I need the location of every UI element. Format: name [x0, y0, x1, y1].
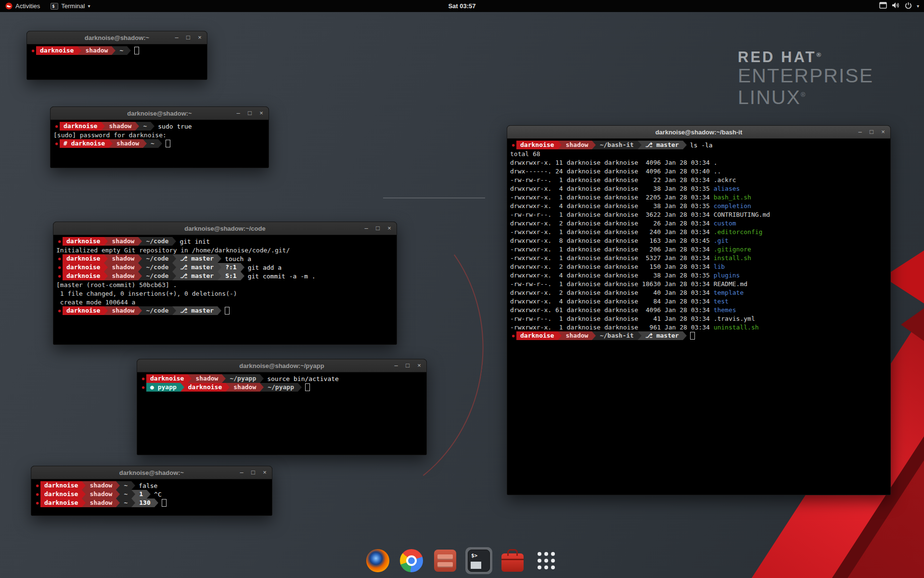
minimize-button[interactable]: –	[235, 107, 242, 119]
terminal-window-code[interactable]: darknoise@shadow:~/code – □ × ●darknoise…	[53, 222, 397, 345]
terminal-line: ●● pyappdarknoiseshadow~/pyapp	[140, 383, 424, 392]
titlebar[interactable]: darknoise@shadow:~/pyapp – □ ×	[137, 359, 426, 372]
minimize-button[interactable]: –	[173, 31, 180, 44]
close-button[interactable]: ×	[416, 359, 423, 372]
terminal-line: create mode 100644 a	[56, 298, 394, 306]
dock-show-applications[interactable]	[533, 547, 560, 574]
minimize-button[interactable]: –	[857, 126, 863, 138]
titlebar[interactable]: darknoise@shadow:~/bash-it – □ ×	[507, 126, 890, 139]
redhat-prompt-icon: ●	[34, 500, 40, 505]
powerline-arrow-icon	[77, 46, 81, 55]
terminal-window-pyapp[interactable]: darknoise@shadow:~/pyapp – □ × ●darknois…	[137, 359, 427, 455]
terminal-text: themes	[714, 306, 736, 314]
maximize-button[interactable]: □	[868, 126, 875, 138]
app-grid-icon	[538, 552, 555, 569]
terminal-line: ●darknoiseshadow~1^C	[34, 490, 269, 499]
prompt-segment-path: ~/code	[142, 306, 172, 315]
prompt-segment-host: shadow	[108, 306, 138, 315]
dock-google-chrome[interactable]	[398, 547, 425, 574]
redhat-prompt-icon: ●	[56, 239, 63, 244]
terminal-line: ●darknoiseshadow~/code⎇ master	[56, 306, 394, 315]
terminal-body[interactable]: ●darknoiseshadow~sudo true[sudo] passwor…	[51, 120, 269, 168]
dock-terminal[interactable]: $>	[465, 547, 492, 574]
terminal-body[interactable]: ●darknoiseshadow~/codegit initInitialize…	[53, 235, 397, 344]
terminal-window-home-1[interactable]: darknoise@shadow:~ – □ × ●darknoiseshado…	[26, 31, 207, 80]
powerline-arrow-icon	[260, 383, 264, 392]
prompt-segment-stat: 130	[135, 499, 154, 507]
titlebar[interactable]: darknoise@shadow:~ – □ ×	[31, 466, 272, 479]
powerline-arrow-icon	[135, 122, 139, 131]
close-button[interactable]: ×	[261, 466, 268, 479]
terminal-cursor	[166, 140, 170, 147]
terminal-line: drwxrwxr-x. 4 darknoise darknoise 38 Jan…	[510, 271, 887, 279]
terminal-text: -rw-rw-r--. 1 darknoise darknoise 3622 J…	[510, 211, 714, 218]
terminal-line: drwxrwxr-x. 4 darknoise darknoise 84 Jan…	[510, 297, 887, 305]
maximize-button[interactable]: □	[185, 31, 192, 44]
dock-files[interactable]	[432, 547, 459, 574]
powerline-arrow-icon	[683, 141, 687, 149]
terminal-line: drwxrwxr-x. 4 darknoise darknoise 38 Jan…	[510, 184, 887, 193]
prompt-segment-user: darknoise	[60, 122, 101, 131]
terminal-window-home-sudo[interactable]: darknoise@shadow:~ – □ × ●darknoiseshado…	[50, 106, 269, 168]
maximize-button[interactable]: □	[404, 359, 411, 372]
close-button[interactable]: ×	[258, 107, 265, 119]
app-menu-terminal[interactable]: $ Terminal ▾	[45, 0, 95, 12]
maximize-button[interactable]: □	[246, 107, 253, 119]
terminal-text: .editorconfig	[714, 228, 763, 236]
terminal-line: drwxrwxr-x. 8 darknoise darknoise 163 Ja…	[510, 236, 887, 245]
prompt-segment-user: darknoise	[63, 306, 104, 315]
prompt-segment-path: ~/bash-it	[596, 141, 637, 149]
close-button[interactable]: ×	[196, 31, 203, 44]
powerline-arrow-icon	[683, 331, 687, 340]
terminal-text: drwxrwxr-x. 4 darknoise darknoise 38 Jan…	[510, 202, 714, 210]
chevron-down-icon[interactable]: ▾	[917, 3, 919, 9]
prompt-segment-host: shadow	[108, 237, 138, 246]
maximize-button[interactable]: □	[374, 222, 381, 235]
terminal-text: lib	[714, 263, 725, 270]
clock[interactable]: Sat 03:57	[448, 2, 475, 10]
volume-icon[interactable]	[892, 2, 900, 10]
power-icon[interactable]	[905, 2, 912, 11]
powerline-arrow-icon	[298, 383, 302, 392]
minimize-button[interactable]: –	[363, 222, 370, 235]
minimize-button[interactable]: –	[393, 359, 399, 372]
terminal-text: custom	[714, 220, 736, 227]
titlebar[interactable]: darknoise@shadow:~ – □ ×	[51, 107, 269, 120]
activities-button[interactable]: Activities	[0, 0, 45, 12]
terminal-body[interactable]: ●darknoiseshadow~/bash-it⎇ masterls -lat…	[507, 139, 890, 495]
window-title: darknoise@shadow:~	[85, 34, 149, 41]
powerline-arrow-icon	[638, 331, 642, 340]
redhat-logo-icon	[5, 2, 13, 10]
powerline-arrow-icon	[104, 306, 108, 315]
minimize-button[interactable]: –	[238, 466, 245, 479]
powerline-arrow-icon	[82, 490, 86, 499]
dock-toolbox[interactable]	[499, 547, 526, 574]
terminal-body[interactable]: ●darknoiseshadow~false●darknoiseshadow~1…	[31, 479, 272, 515]
prompt-segment-user: darknoise	[516, 141, 558, 149]
powerline-arrow-icon	[101, 122, 105, 131]
prompt-segment-stat: ?:1	[221, 263, 240, 272]
titlebar[interactable]: darknoise@shadow:~/code – □ ×	[53, 222, 397, 235]
terminal-text: install.sh	[714, 254, 751, 262]
titlebar[interactable]: darknoise@shadow:~ – □ ×	[27, 31, 207, 44]
close-button[interactable]: ×	[880, 126, 886, 138]
terminal-text: source bin/activate	[267, 375, 339, 382]
terminal-text: completion	[714, 202, 751, 210]
brand-enterprise: ENTERPRISE	[738, 65, 873, 86]
prompt-segment-user: darknoise	[40, 499, 82, 507]
terminal-window-home-2[interactable]: darknoise@shadow:~ – □ × ●darknoiseshado…	[31, 466, 272, 516]
terminal-text: drwxrwxr-x. 61 darknoise darknoise 4096 …	[510, 306, 714, 314]
maximize-button[interactable]: □	[250, 466, 257, 479]
terminal-line: drwxrwxr-x. 2 darknoise darknoise 26 Jan…	[510, 219, 887, 227]
window-list-icon[interactable]	[879, 2, 887, 10]
terminal-text: drwx------. 24 darknoise darknoise 4096 …	[510, 168, 714, 175]
terminal-text: -rwxrwxr-x. 1 darknoise darknoise 961 Ja…	[510, 324, 714, 331]
powerline-arrow-icon	[104, 237, 108, 246]
close-button[interactable]: ×	[386, 222, 393, 235]
prompt-segment-user: darknoise	[40, 481, 82, 490]
terminal-window-bash-it[interactable]: darknoise@shadow:~/bash-it – □ × ●darkno…	[507, 125, 891, 495]
terminal-body[interactable]: ●darknoiseshadow~	[27, 44, 207, 79]
terminal-text: touch a	[225, 255, 251, 263]
terminal-body[interactable]: ●darknoiseshadow~/pyappsource bin/activa…	[137, 372, 426, 455]
dock-firefox[interactable]	[364, 547, 391, 574]
